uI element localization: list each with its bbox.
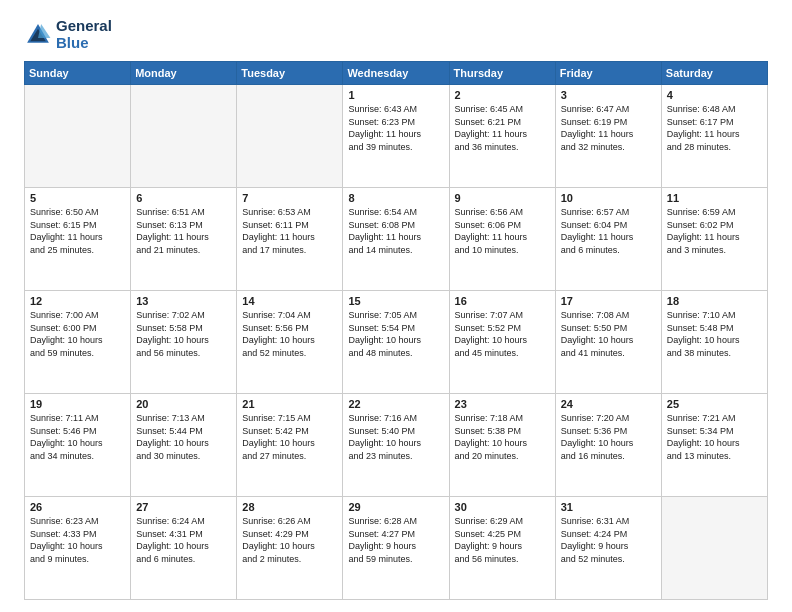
day-info: Sunrise: 6:51 AM Sunset: 6:13 PM Dayligh… xyxy=(136,206,231,256)
day-info: Sunrise: 7:04 AM Sunset: 5:56 PM Dayligh… xyxy=(242,309,337,359)
calendar-cell: 26Sunrise: 6:23 AM Sunset: 4:33 PM Dayli… xyxy=(25,497,131,600)
weekday-header-wednesday: Wednesday xyxy=(343,62,449,85)
week-row-2: 5Sunrise: 6:50 AM Sunset: 6:15 PM Daylig… xyxy=(25,188,768,291)
calendar-table: SundayMondayTuesdayWednesdayThursdayFrid… xyxy=(24,61,768,600)
page: General Blue SundayMondayTuesdayWednesda… xyxy=(0,0,792,612)
day-number: 5 xyxy=(30,192,125,204)
day-number: 12 xyxy=(30,295,125,307)
calendar-cell: 21Sunrise: 7:15 AM Sunset: 5:42 PM Dayli… xyxy=(237,394,343,497)
day-number: 14 xyxy=(242,295,337,307)
calendar-cell: 23Sunrise: 7:18 AM Sunset: 5:38 PM Dayli… xyxy=(449,394,555,497)
day-number: 6 xyxy=(136,192,231,204)
calendar-cell: 7Sunrise: 6:53 AM Sunset: 6:11 PM Daylig… xyxy=(237,188,343,291)
day-info: Sunrise: 6:53 AM Sunset: 6:11 PM Dayligh… xyxy=(242,206,337,256)
day-number: 19 xyxy=(30,398,125,410)
calendar-cell: 15Sunrise: 7:05 AM Sunset: 5:54 PM Dayli… xyxy=(343,291,449,394)
day-number: 13 xyxy=(136,295,231,307)
calendar-cell: 13Sunrise: 7:02 AM Sunset: 5:58 PM Dayli… xyxy=(131,291,237,394)
day-info: Sunrise: 7:20 AM Sunset: 5:36 PM Dayligh… xyxy=(561,412,656,462)
calendar-cell: 12Sunrise: 7:00 AM Sunset: 6:00 PM Dayli… xyxy=(25,291,131,394)
day-number: 7 xyxy=(242,192,337,204)
day-info: Sunrise: 7:21 AM Sunset: 5:34 PM Dayligh… xyxy=(667,412,762,462)
weekday-header-thursday: Thursday xyxy=(449,62,555,85)
weekday-header-monday: Monday xyxy=(131,62,237,85)
calendar-cell: 3Sunrise: 6:47 AM Sunset: 6:19 PM Daylig… xyxy=(555,85,661,188)
calendar-cell: 30Sunrise: 6:29 AM Sunset: 4:25 PM Dayli… xyxy=(449,497,555,600)
svg-marker-2 xyxy=(38,24,50,38)
calendar-cell: 16Sunrise: 7:07 AM Sunset: 5:52 PM Dayli… xyxy=(449,291,555,394)
day-info: Sunrise: 6:54 AM Sunset: 6:08 PM Dayligh… xyxy=(348,206,443,256)
day-number: 9 xyxy=(455,192,550,204)
day-number: 21 xyxy=(242,398,337,410)
logo-text: General Blue xyxy=(56,18,112,51)
weekday-header-friday: Friday xyxy=(555,62,661,85)
calendar-cell: 20Sunrise: 7:13 AM Sunset: 5:44 PM Dayli… xyxy=(131,394,237,497)
calendar-cell: 9Sunrise: 6:56 AM Sunset: 6:06 PM Daylig… xyxy=(449,188,555,291)
day-number: 17 xyxy=(561,295,656,307)
calendar-cell: 8Sunrise: 6:54 AM Sunset: 6:08 PM Daylig… xyxy=(343,188,449,291)
day-info: Sunrise: 7:18 AM Sunset: 5:38 PM Dayligh… xyxy=(455,412,550,462)
weekday-header-tuesday: Tuesday xyxy=(237,62,343,85)
calendar-cell: 5Sunrise: 6:50 AM Sunset: 6:15 PM Daylig… xyxy=(25,188,131,291)
day-info: Sunrise: 7:10 AM Sunset: 5:48 PM Dayligh… xyxy=(667,309,762,359)
day-number: 25 xyxy=(667,398,762,410)
day-info: Sunrise: 6:56 AM Sunset: 6:06 PM Dayligh… xyxy=(455,206,550,256)
day-info: Sunrise: 6:24 AM Sunset: 4:31 PM Dayligh… xyxy=(136,515,231,565)
day-info: Sunrise: 7:02 AM Sunset: 5:58 PM Dayligh… xyxy=(136,309,231,359)
calendar-cell xyxy=(237,85,343,188)
day-info: Sunrise: 7:16 AM Sunset: 5:40 PM Dayligh… xyxy=(348,412,443,462)
calendar-cell: 31Sunrise: 6:31 AM Sunset: 4:24 PM Dayli… xyxy=(555,497,661,600)
calendar-cell: 22Sunrise: 7:16 AM Sunset: 5:40 PM Dayli… xyxy=(343,394,449,497)
weekday-header-row: SundayMondayTuesdayWednesdayThursdayFrid… xyxy=(25,62,768,85)
day-number: 4 xyxy=(667,89,762,101)
calendar-cell: 17Sunrise: 7:08 AM Sunset: 5:50 PM Dayli… xyxy=(555,291,661,394)
calendar-cell: 1Sunrise: 6:43 AM Sunset: 6:23 PM Daylig… xyxy=(343,85,449,188)
day-number: 24 xyxy=(561,398,656,410)
day-number: 26 xyxy=(30,501,125,513)
day-info: Sunrise: 7:05 AM Sunset: 5:54 PM Dayligh… xyxy=(348,309,443,359)
calendar-cell: 24Sunrise: 7:20 AM Sunset: 5:36 PM Dayli… xyxy=(555,394,661,497)
day-info: Sunrise: 6:31 AM Sunset: 4:24 PM Dayligh… xyxy=(561,515,656,565)
day-number: 16 xyxy=(455,295,550,307)
day-info: Sunrise: 7:11 AM Sunset: 5:46 PM Dayligh… xyxy=(30,412,125,462)
day-info: Sunrise: 7:08 AM Sunset: 5:50 PM Dayligh… xyxy=(561,309,656,359)
day-number: 30 xyxy=(455,501,550,513)
week-row-5: 26Sunrise: 6:23 AM Sunset: 4:33 PM Dayli… xyxy=(25,497,768,600)
day-info: Sunrise: 7:15 AM Sunset: 5:42 PM Dayligh… xyxy=(242,412,337,462)
day-number: 27 xyxy=(136,501,231,513)
day-number: 31 xyxy=(561,501,656,513)
day-number: 15 xyxy=(348,295,443,307)
calendar-cell: 18Sunrise: 7:10 AM Sunset: 5:48 PM Dayli… xyxy=(661,291,767,394)
calendar-cell: 4Sunrise: 6:48 AM Sunset: 6:17 PM Daylig… xyxy=(661,85,767,188)
day-number: 3 xyxy=(561,89,656,101)
day-info: Sunrise: 6:29 AM Sunset: 4:25 PM Dayligh… xyxy=(455,515,550,565)
day-number: 29 xyxy=(348,501,443,513)
calendar-cell: 28Sunrise: 6:26 AM Sunset: 4:29 PM Dayli… xyxy=(237,497,343,600)
week-row-4: 19Sunrise: 7:11 AM Sunset: 5:46 PM Dayli… xyxy=(25,394,768,497)
day-info: Sunrise: 7:00 AM Sunset: 6:00 PM Dayligh… xyxy=(30,309,125,359)
week-row-1: 1Sunrise: 6:43 AM Sunset: 6:23 PM Daylig… xyxy=(25,85,768,188)
day-info: Sunrise: 7:07 AM Sunset: 5:52 PM Dayligh… xyxy=(455,309,550,359)
day-info: Sunrise: 6:57 AM Sunset: 6:04 PM Dayligh… xyxy=(561,206,656,256)
calendar-cell: 27Sunrise: 6:24 AM Sunset: 4:31 PM Dayli… xyxy=(131,497,237,600)
week-row-3: 12Sunrise: 7:00 AM Sunset: 6:00 PM Dayli… xyxy=(25,291,768,394)
day-info: Sunrise: 6:48 AM Sunset: 6:17 PM Dayligh… xyxy=(667,103,762,153)
day-number: 11 xyxy=(667,192,762,204)
day-info: Sunrise: 6:45 AM Sunset: 6:21 PM Dayligh… xyxy=(455,103,550,153)
logo: General Blue xyxy=(24,18,112,51)
weekday-header-sunday: Sunday xyxy=(25,62,131,85)
calendar-cell: 14Sunrise: 7:04 AM Sunset: 5:56 PM Dayli… xyxy=(237,291,343,394)
logo-icon xyxy=(24,21,52,49)
day-info: Sunrise: 6:28 AM Sunset: 4:27 PM Dayligh… xyxy=(348,515,443,565)
day-number: 20 xyxy=(136,398,231,410)
calendar-cell xyxy=(25,85,131,188)
header: General Blue xyxy=(24,18,768,51)
day-number: 23 xyxy=(455,398,550,410)
calendar-cell xyxy=(661,497,767,600)
day-info: Sunrise: 6:23 AM Sunset: 4:33 PM Dayligh… xyxy=(30,515,125,565)
calendar-cell xyxy=(131,85,237,188)
day-info: Sunrise: 6:59 AM Sunset: 6:02 PM Dayligh… xyxy=(667,206,762,256)
calendar-cell: 19Sunrise: 7:11 AM Sunset: 5:46 PM Dayli… xyxy=(25,394,131,497)
day-info: Sunrise: 6:50 AM Sunset: 6:15 PM Dayligh… xyxy=(30,206,125,256)
calendar-cell: 29Sunrise: 6:28 AM Sunset: 4:27 PM Dayli… xyxy=(343,497,449,600)
